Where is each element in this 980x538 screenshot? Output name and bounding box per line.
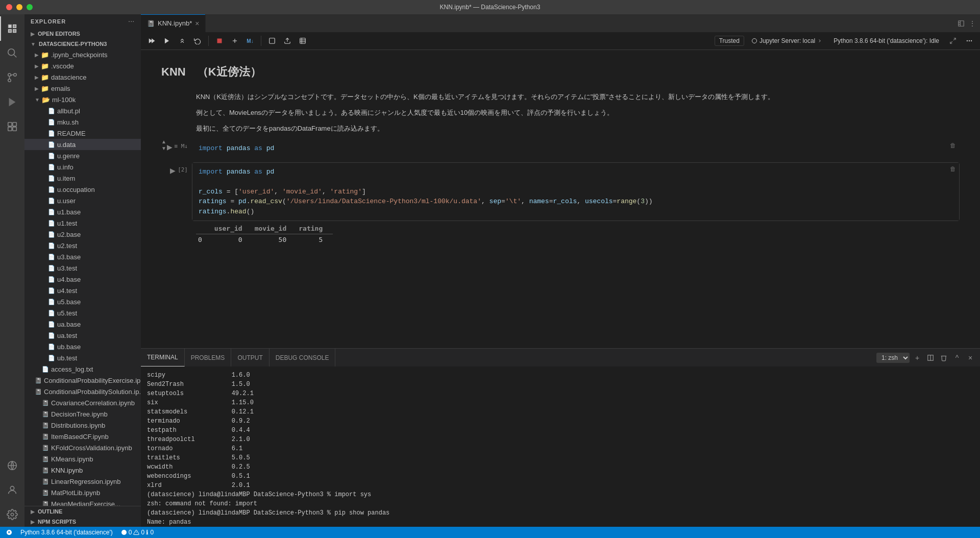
jupyter-server-status[interactable]: Jupyter Server: local [747,36,826,45]
debug-console-tab[interactable]: DEBUG CONSOLE [270,349,336,366]
tree-item-access-log-txt[interactable]: 📄access_log.txt [24,363,141,375]
tree-item-knn-ipynb[interactable]: 📓KNN.ipynb [24,464,141,476]
debug-activity-icon[interactable] [0,90,24,114]
tree-item--vscode[interactable]: ▶📁.vscode [24,60,141,71]
tree-item-distributions-ipynb[interactable]: 📓Distributions.ipynb [24,420,141,431]
tree-item--ipynb-checkpoints[interactable]: ▶📁.ipynb_checkpoints [24,49,141,60]
tree-item-ub-base[interactable]: 📄ub.base [24,341,141,352]
tree-item-u2-test[interactable]: 📄u2.test [24,240,141,251]
tree-item-u-item[interactable]: 📄u.item [24,173,141,184]
tree-item-kmeans-ipynb[interactable]: 📓KMeans.ipynb [24,453,141,464]
tree-item-u1-base[interactable]: 📄u1.base [24,206,141,217]
errors-status[interactable]: 0 0 ℹ 0 [119,529,156,536]
tree-item-u-data[interactable]: 📄u.data [24,139,141,150]
tree-item-u-genre[interactable]: 📄u.genre [24,150,141,161]
tree-item-matplotlib-ipynb[interactable]: 📓MatPlotLib.ipynb [24,487,141,498]
tree-item-u4-test[interactable]: 📄u4.test [24,285,141,296]
output-tab[interactable]: OUTPUT [231,349,269,366]
maximize-button[interactable] [27,4,33,10]
search-activity-icon[interactable] [0,41,24,65]
run-cell-btn[interactable] [160,34,174,47]
cell-delete-btn-2[interactable]: 🗑 [948,164,958,174]
tree-item-allbut-pl[interactable]: 📄allbut.pl [24,105,141,116]
cell-body-2[interactable]: import pandas as pd r_cols = ['user_id',… [192,162,960,222]
remote-status[interactable] [4,529,14,535]
add-code-cell-btn[interactable] [228,34,241,47]
minimize-button[interactable] [16,4,22,10]
tree-item-readme[interactable]: 📄README [24,128,141,139]
tree-item-u3-base[interactable]: 📄u3.base [24,251,141,262]
shell-selector[interactable]: 1: zsh [876,353,910,363]
tree-item-mku-sh[interactable]: 📄mku.sh [24,116,141,128]
problems-tab[interactable]: PROBLEMS [185,349,232,366]
terminal-tab[interactable]: TERMINAL [141,349,185,366]
tree-item-u1-test[interactable]: 📄u1.test [24,217,141,229]
sidebar-menu-icon[interactable]: ··· [129,18,135,25]
tree-item-u5-base[interactable]: 📄u5.base [24,296,141,307]
add-markdown-cell-btn[interactable]: M↓ [243,34,257,47]
cell-expand-chevron[interactable]: ▲ [161,139,166,144]
export-btn[interactable] [281,34,294,47]
cell-run-button[interactable]: ▶ [167,143,173,151]
remote-activity-icon[interactable] [0,453,24,478]
open-editors-section[interactable]: ▶ OPEN EDITORS [24,29,141,39]
clear-output-btn[interactable] [213,34,226,47]
close-panel-btn[interactable]: × [965,352,976,363]
tree-item-u2-base[interactable]: 📄u2.base [24,229,141,240]
tree-item-ml-100k[interactable]: ▼📂ml-100k [24,94,141,105]
sidebar-header-icons[interactable]: ··· [129,18,135,25]
tree-item-u-user[interactable]: 📄u.user [24,195,141,206]
cell-delete-btn[interactable]: 🗑 [948,141,958,150]
restart-kernel-btn[interactable] [191,34,204,47]
tree-item-kfoldcrossvalidation-ipynb[interactable]: 📓KFoldCrossValidation.ipynb [24,442,141,453]
maximize-panel-btn[interactable]: ^ [951,352,963,363]
cell-run-button-2[interactable]: ▶ [170,166,176,175]
stop-kernel-btn[interactable] [265,34,279,47]
tree-item-linearregression-ipynb[interactable]: 📓LinearRegression.ipynb [24,476,141,487]
tree-item-conditionalprobabilitysolution-ip---[interactable]: 📓ConditionalProbabilitySolution.ip... [24,386,141,397]
trusted-button[interactable]: Trusted [715,36,744,46]
tree-item-ua-base[interactable]: 📄ua.base [24,319,141,330]
kernel-info[interactable]: Python 3.8.6 64-bit ('datascience'): Idl… [829,36,943,45]
tree-item-decisiontree-ipynb[interactable]: 📓DecisionTree.ipynb [24,408,141,420]
extensions-activity-icon[interactable] [0,114,24,139]
tab-close-button[interactable]: × [195,19,199,28]
close-button[interactable] [6,4,12,10]
tree-item-conditionalprobabilityexercise-ip---[interactable]: 📓ConditionalProbabilityExercise.ip... [24,375,141,386]
tree-item-covariancecorrelation-ipynb[interactable]: 📓CovarianceCorrelation.ipynb [24,397,141,408]
run-all-cells-btn[interactable] [145,34,158,47]
explorer-activity-icon[interactable] [0,16,24,41]
run-above-cells-btn[interactable] [176,34,189,47]
split-terminal-btn[interactable] [925,352,936,363]
editor-layout-icon[interactable]: ⋮ [969,19,976,28]
workspace-section[interactable]: ▼ DATASCIENCE-PYTHON3 [24,39,141,49]
outline-section[interactable]: ▶ OUTLINE [24,506,141,517]
npm-scripts-section[interactable]: ▶ NPM SCRIPTS [24,517,141,527]
tree-item-meanmedianexercise---[interactable]: 📓MeanMedianExercise... [24,498,141,506]
maximize-editor-icon[interactable] [958,14,965,32]
tree-item-datascience[interactable]: ▶📁datascience [24,71,141,83]
tree-item-u4-base[interactable]: 📄u4.base [24,274,141,285]
account-activity-icon[interactable] [0,478,24,502]
python-version-status[interactable]: Python 3.8.6 64-bit ('datascience') [18,529,115,536]
knn-tab[interactable]: 📓 KNN.ipynb* × [141,14,206,32]
new-terminal-btn[interactable]: + [912,352,923,363]
tree-item-u-occupation[interactable]: 📄u.occupation [24,184,141,195]
tree-item-u5-test[interactable]: 📄u5.test [24,307,141,319]
tree-item-u3-test[interactable]: 📄u3.test [24,262,141,274]
maximize-notebook-icon[interactable] [946,34,960,47]
tree-item-u-info[interactable]: 📄u.info [24,161,141,173]
source-control-activity-icon[interactable] [0,65,24,90]
terminal-content[interactable]: scipy 1.6.0 Send2Trash 1.5.0 setuptools … [141,366,980,527]
settings-activity-icon[interactable] [0,502,24,527]
tree-item-emails[interactable]: ▶📁emails [24,83,141,94]
traffic-lights[interactable] [6,4,33,10]
tree-item-itembasedcf-ipynb[interactable]: 📓ItemBasedCF.ipynb [24,431,141,442]
tree-item-ua-test[interactable]: 📄ua.test [24,330,141,341]
cell-collapse-chevron[interactable]: ▼ [161,145,166,151]
notebook-options-icon[interactable] [963,34,976,47]
kill-terminal-btn[interactable] [938,352,949,363]
tree-item-ub-test[interactable]: 📄ub.test [24,352,141,363]
variables-btn[interactable] [296,34,309,47]
cell-body[interactable]: import pandas as pd [192,139,960,158]
